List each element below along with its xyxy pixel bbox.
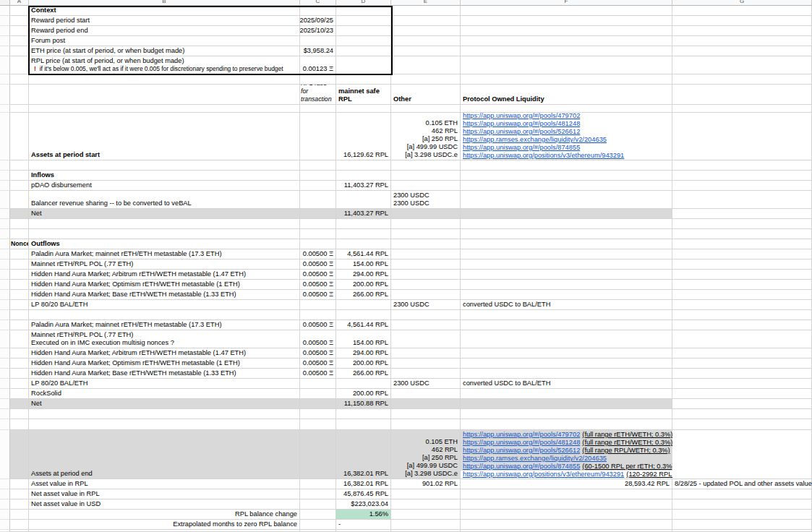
pol-link[interactable]: https://app.uniswap.org/#/pools/481248	[463, 120, 580, 127]
cell-A16[interactable]	[10, 219, 29, 229]
cell-E14[interactable]: 2300 USDC2300 USDC	[391, 191, 461, 209]
column-header[interactable]: A	[10, 0, 29, 6]
cell-C14[interactable]	[300, 191, 336, 209]
cell-D17[interactable]	[336, 229, 391, 239]
cell-B6[interactable]: RPL price (at start of period, or when b…	[29, 56, 300, 74]
cell-C25[interactable]	[300, 310, 336, 320]
cell-A2[interactable]	[10, 16, 29, 26]
cell-D41[interactable]: -	[336, 520, 391, 530]
row-header[interactable]	[0, 320, 10, 330]
row-header[interactable]	[0, 379, 10, 389]
cell-E34[interactable]	[391, 409, 461, 419]
cell-C35[interactable]	[300, 419, 336, 430]
cell-D40[interactable]: 1.56%	[336, 510, 391, 520]
cell-E38[interactable]	[391, 489, 461, 499]
cell-D39[interactable]: $223,023.04	[336, 499, 391, 510]
cell-C34[interactable]	[300, 409, 336, 419]
row-header[interactable]	[0, 270, 10, 280]
pol-link[interactable]: https://app.ramses.exchange/liquidity/v2…	[463, 136, 607, 143]
cell-C36[interactable]	[300, 430, 336, 479]
cell-A7[interactable]	[10, 74, 29, 85]
column-header[interactable]: D	[336, 0, 391, 6]
cell-G6[interactable]	[672, 56, 812, 74]
cell-B8[interactable]	[29, 85, 300, 105]
row-header[interactable]	[0, 160, 10, 171]
cell-D19[interactable]: 4,561.44 RPL	[336, 249, 391, 259]
cell-D22[interactable]: 200.00 RPL	[336, 280, 391, 290]
cell-B27[interactable]: Mainnet rETH/RPL POL (.77 ETH)Executed o…	[29, 330, 300, 348]
cell-A30[interactable]	[10, 369, 29, 379]
cell-F9[interactable]	[461, 105, 672, 113]
cell-C12[interactable]	[300, 171, 336, 181]
cell-C20[interactable]: 0.00500 Ξ	[300, 259, 336, 270]
column-header[interactable]: E	[391, 0, 461, 6]
cell-B9[interactable]	[29, 105, 300, 113]
cell-F5[interactable]	[461, 46, 672, 56]
cell-A11[interactable]	[10, 160, 29, 171]
cell-C2[interactable]: 2025/09/25	[300, 16, 336, 26]
cell-A10[interactable]	[10, 113, 29, 160]
cell-D12[interactable]	[336, 171, 391, 181]
cell-G41[interactable]	[672, 520, 812, 530]
cell-D11[interactable]	[336, 160, 391, 171]
row-header[interactable]	[0, 209, 10, 219]
cell-B41[interactable]: Extrapolated months to zero RPL balance	[29, 520, 300, 530]
column-header[interactable]: B	[29, 0, 300, 6]
cell-C9[interactable]	[300, 105, 336, 113]
cell-A13[interactable]	[10, 181, 29, 191]
cell-C39[interactable]	[300, 499, 336, 510]
cell-F13[interactable]	[461, 181, 672, 191]
cell-A22[interactable]	[10, 280, 29, 290]
row-header[interactable]	[0, 399, 10, 409]
cell-E9[interactable]	[391, 105, 461, 113]
cell-A5[interactable]	[10, 46, 29, 56]
cell-B11[interactable]	[29, 160, 300, 171]
cell-D1[interactable]	[336, 6, 391, 16]
cell-D20[interactable]: 154.00 RPL	[336, 259, 391, 270]
cell-C33[interactable]	[300, 399, 336, 409]
cell-F3[interactable]	[461, 26, 672, 36]
row-header[interactable]	[0, 479, 10, 489]
cell-C22[interactable]: 0.00500 Ξ	[300, 280, 336, 290]
row-header[interactable]	[0, 510, 10, 520]
row-header[interactable]	[0, 229, 10, 239]
cell-F40[interactable]	[461, 510, 672, 520]
cell-B24[interactable]: LP 80/20 BAL/ETH	[29, 300, 300, 310]
cell-G21[interactable]	[672, 270, 812, 280]
cell-F34[interactable]	[461, 409, 672, 419]
cell-A28[interactable]	[10, 348, 29, 359]
row-header[interactable]	[0, 249, 10, 259]
cell-G7[interactable]	[672, 74, 812, 85]
cell-G20[interactable]	[672, 259, 812, 270]
cell-D28[interactable]: 294.00 RPL	[336, 348, 391, 359]
cell-A26[interactable]	[10, 320, 29, 330]
row-header[interactable]	[0, 409, 10, 419]
cell-A8[interactable]	[10, 85, 29, 105]
cell-D38[interactable]: 45,876.45 RPL	[336, 489, 391, 499]
cell-E23[interactable]	[391, 290, 461, 300]
cell-C40[interactable]	[300, 510, 336, 520]
cell-F21[interactable]	[461, 270, 672, 280]
cell-A36[interactable]	[10, 430, 29, 479]
cell-F12[interactable]	[461, 171, 672, 181]
cell-G10[interactable]	[672, 113, 812, 160]
pol-link[interactable]: https://app.uniswap.org/#/pools/526612	[463, 447, 580, 454]
cell-E40[interactable]	[391, 510, 461, 520]
cell-C11[interactable]	[300, 160, 336, 171]
cell-G12[interactable]	[672, 171, 812, 181]
cell-F15[interactable]	[461, 209, 672, 219]
cell-E31[interactable]: 2300 USDC	[391, 379, 461, 389]
cell-B5[interactable]: ETH price (at start of period, or when b…	[29, 46, 300, 56]
cell-E2[interactable]	[391, 16, 461, 26]
cell-G37[interactable]: 8/28/25 - updated POL and other assets v…	[672, 479, 812, 489]
cell-D16[interactable]	[336, 219, 391, 229]
cell-D7[interactable]	[336, 74, 391, 85]
cell-F23[interactable]	[461, 290, 672, 300]
cell-C19[interactable]: 0.00500 Ξ	[300, 249, 336, 259]
cell-B37[interactable]: Asset value in RPL	[29, 479, 300, 489]
cell-G25[interactable]	[672, 310, 812, 320]
cell-C23[interactable]: 0.00500 Ξ	[300, 290, 336, 300]
cell-F33[interactable]	[461, 399, 672, 409]
cell-D29[interactable]: 200.00 RPL	[336, 359, 391, 369]
row-header[interactable]	[0, 259, 10, 270]
